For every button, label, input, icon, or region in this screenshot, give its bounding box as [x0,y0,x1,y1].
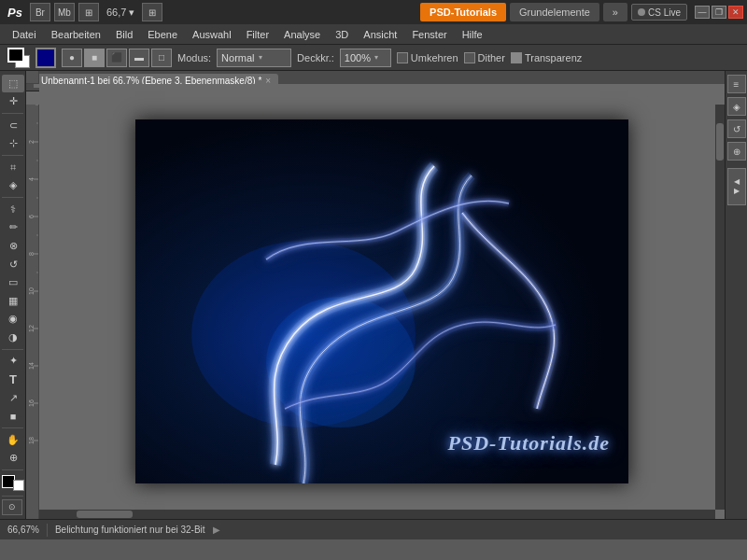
brush-line-icon[interactable]: ▬ [129,49,149,67]
svg-text:16: 16 [28,399,35,407]
screen-mode-icon[interactable]: ⊞ [142,3,162,21]
deckkraft-input[interactable]: 100% ▾ [340,49,391,67]
toolbar-bg-color[interactable] [13,480,24,491]
panel-channels-btn[interactable]: ◈ [727,97,746,116]
panel-history-btn[interactable]: ↺ [727,119,746,138]
scrollbar-horizontal[interactable] [39,510,715,519]
tool-hand[interactable]: ✋ [2,431,24,449]
scrollbar-v-thumb[interactable] [716,123,724,161]
modus-arrow: ▾ [259,53,262,62]
deckkraft-arrow: ▾ [374,53,378,62]
menu-auswahl[interactable]: Auswahl [186,27,238,42]
right-panel: ≡ ◈ ↺ ⊕ ◀ ▶ [725,71,747,519]
app-logo: Ps [4,6,26,20]
tool-path[interactable]: ✦ [2,353,24,371]
scrollbar-vertical[interactable] [715,105,725,510]
svg-text:14: 14 [28,362,35,370]
scrollbar-h-thumb[interactable] [77,511,133,518]
tool-brush[interactable]: ✏ [2,219,24,237]
tool-crop[interactable]: ⌗ [2,159,24,176]
arrange-icon[interactable]: ⊞ [78,3,99,21]
canvas-document[interactable]: PSD-Tutorials.de [135,119,628,483]
tool-clone[interactable]: ⊗ [2,237,24,255]
canvas-wrapper: PSD-Tutorials.de [39,84,725,519]
tool-gradient[interactable]: ▦ [2,292,24,310]
menu-filter[interactable]: Filter [240,27,275,42]
panel-collapse-icon: ▶ [734,188,740,195]
tool-history[interactable]: ↺ [2,256,24,273]
status-bar: 66,67% Belichtung funktioniert nur bei 3… [0,519,747,539]
mini-bridge-icon[interactable]: Mb [54,3,75,21]
menu-bild[interactable]: Bild [109,27,139,42]
tool-marquee[interactable]: ⬚ [2,75,24,92]
tab-grundelemente[interactable]: Grundelemente [510,3,599,21]
svg-rect-27 [26,105,39,519]
tool-move[interactable]: ✛ [2,93,24,111]
tool-blur[interactable]: ◉ [2,311,24,329]
menu-fenster[interactable]: Fenster [405,27,453,42]
color-swatches[interactable] [7,48,30,68]
bridge-icon[interactable]: Br [30,3,50,21]
umkehren-checkbox[interactable] [397,52,408,63]
svg-text:12: 12 [28,325,35,332]
brush-box-icon[interactable]: □ [151,49,172,67]
quick-mask-button[interactable]: ⊙ [2,499,22,515]
umkehren-group: Umkehren [397,52,458,63]
tool-eyedropper[interactable]: ◈ [2,177,24,195]
menu-bearbeiten[interactable]: Bearbeiten [45,27,107,42]
svg-text:4: 4 [28,177,35,181]
status-arrow[interactable]: ▶ [213,525,220,535]
menu-hilfe[interactable]: Hilfe [456,27,489,42]
tool-heal[interactable]: ⚕ [2,201,24,218]
options-bar: ● ■ ⬛ ▬ □ Modus: Normal ▾ Deckkr.: 100% … [0,45,747,71]
restore-button[interactable]: ❐ [712,6,726,19]
cs-live-button[interactable]: CS Live [631,4,687,21]
panel-expand-btn[interactable]: ◀ ▶ [727,168,746,205]
transparenz-checkbox[interactable] [511,52,522,63]
brush-shape-options: ● ■ ⬛ ▬ □ [62,49,172,67]
deckkraft-value: 100% [345,52,371,63]
minimize-button[interactable]: — [695,6,710,19]
tool-text[interactable]: T [2,371,24,388]
menu-datei[interactable]: Datei [6,27,43,42]
panel-actions-btn[interactable]: ⊕ [727,142,746,161]
watermark-text: PSD-Tutorials.de [448,431,610,455]
svg-text:2: 2 [28,140,35,144]
menu-ebene[interactable]: Ebene [141,27,184,42]
panel-expand-icon: ◀ [734,178,740,186]
status-message: Belichtung funktioniert nur bei 32-Bit [55,525,205,535]
foreground-color[interactable] [7,48,24,63]
tool-shape[interactable]: ■ [2,407,24,425]
menu-bar: Datei Bearbeiten Bild Ebene Auswahl Filt… [0,24,747,45]
tool-dodge[interactable]: ◑ [2,329,24,346]
svg-text:18: 18 [28,437,35,444]
ruler-corner [26,71,39,84]
menu-ansicht[interactable]: Ansicht [357,27,403,42]
tool-eraser[interactable]: ▭ [2,273,24,291]
active-color-swatch[interactable] [35,48,56,68]
overflow-button[interactable]: » [603,3,627,21]
dither-checkbox[interactable] [464,52,475,63]
transparenz-group: Transparenz [511,52,582,63]
close-button[interactable]: ✕ [728,6,743,19]
tool-select[interactable]: ↗ [2,389,24,407]
toolbar-colors [2,475,24,491]
status-divider [47,524,48,537]
canvas-art [135,119,628,483]
brush-hard-icon[interactable]: ■ [84,49,105,67]
menu-analyse[interactable]: Analyse [277,27,327,42]
tab-psd-tutorials[interactable]: PSD-Tutorials [420,3,506,21]
tool-zoom[interactable]: ⊕ [2,450,24,468]
tool-wand[interactable]: ⊹ [2,135,24,153]
tool-lasso[interactable]: ⊂ [2,117,24,134]
menu-3d[interactable]: 3D [329,27,355,42]
brush-stroke-icon[interactable]: ⬛ [106,49,127,67]
panel-layers-btn[interactable]: ≡ [727,75,746,93]
canvas-content: PSD-Tutorials.de [135,119,628,483]
left-toolbar: ⬚ ✛ ⊂ ⊹ ⌗ ◈ ⚕ ✏ ⊗ ↺ ▭ ▦ ◉ ◑ ✦ T ↗ ■ ✋ ⊕ … [0,71,26,519]
brush-soft-icon[interactable]: ● [62,49,82,67]
transparenz-label: Transparenz [525,52,582,63]
top-bar: Ps Br Mb ⊞ 66,7 ▾ ⊞ PSD-Tutorials Grunde… [0,0,747,24]
modus-select[interactable]: Normal ▾ [217,49,291,67]
deckkraft-label: Deckkr.: [297,52,334,63]
